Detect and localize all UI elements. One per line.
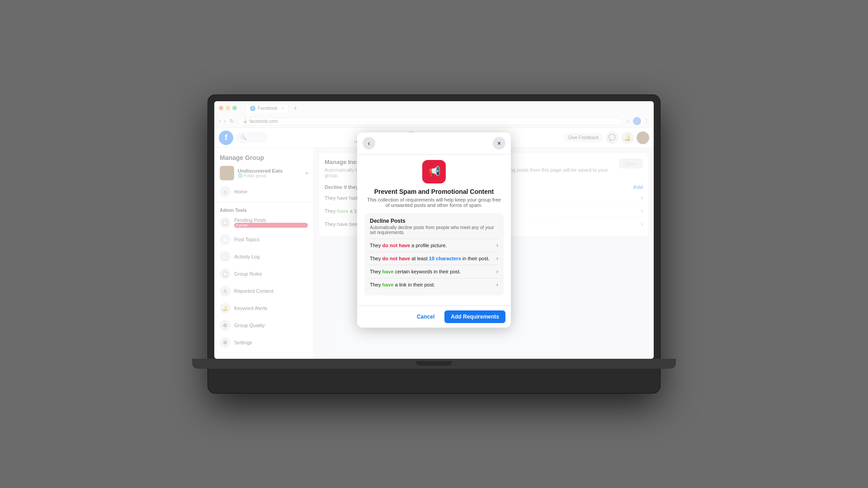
modal-req-3-text: They have certain keywords in their post… bbox=[370, 269, 496, 274]
modal-desc: This collection of requirements will hel… bbox=[364, 197, 504, 208]
have-highlight-4: have bbox=[382, 282, 394, 287]
modal: ‹ × 📢 Prevent Spam and Promotional Conte… bbox=[357, 148, 511, 328]
modal-section-desc: Automatically decline posts from people … bbox=[370, 225, 498, 235]
modal-back-button[interactable]: ‹ bbox=[363, 148, 375, 150]
add-requirements-button[interactable]: Add Requirements bbox=[444, 310, 505, 323]
modal-body: 📢 Prevent Spam and Promotional Content T… bbox=[357, 155, 511, 305]
cancel-button[interactable]: Cancel bbox=[410, 310, 441, 323]
chars-highlight-2: 10 characters bbox=[429, 256, 461, 261]
do-not-have-highlight-1: do not have bbox=[382, 243, 410, 248]
modal-req-row-1[interactable]: They do not have a profile picture. › bbox=[370, 239, 498, 252]
main-layout: Manage Group Undiscovered Eats 🌐 Public … bbox=[214, 148, 654, 359]
modal-req-row-3[interactable]: They have certain keywords in their post… bbox=[370, 265, 498, 278]
modal-section-title: Decline Posts bbox=[370, 218, 498, 224]
laptop-notch bbox=[416, 361, 452, 366]
modal-chevron-2: › bbox=[496, 255, 498, 262]
modal-req-4-text: They have a link in their post. bbox=[370, 282, 496, 287]
modal-req-row-2[interactable]: They do not have at least 10 characters … bbox=[370, 252, 498, 265]
modal-icon-wrap: 📢 bbox=[364, 160, 504, 183]
modal-icon: 📢 bbox=[422, 160, 446, 183]
modal-section: Decline Posts Automatically decline post… bbox=[364, 213, 504, 296]
modal-chevron-1: › bbox=[496, 242, 498, 249]
modal-req-row-4[interactable]: They have a link in their post. › bbox=[370, 278, 498, 291]
modal-close-button[interactable]: × bbox=[493, 148, 505, 150]
laptop-base bbox=[192, 359, 675, 369]
modal-chevron-4: › bbox=[496, 282, 498, 288]
megaphone-icon: 📢 bbox=[428, 166, 440, 178]
modal-header: ‹ × bbox=[357, 148, 511, 155]
have-highlight-3: have bbox=[382, 269, 394, 274]
modal-req-2-text: They do not have at least 10 characters … bbox=[370, 256, 496, 261]
modal-container: ‹ × 📢 Prevent Spam and Promotional Conte… bbox=[357, 148, 511, 328]
do-not-have-highlight-2: do not have bbox=[382, 256, 410, 261]
laptop-screen: f Facebook × + ‹ › ↻ 🔒 facebook.com ☆ bbox=[214, 101, 654, 359]
modal-req-1-text: They do not have a profile picture. bbox=[370, 243, 496, 248]
laptop-shell: f Facebook × + ‹ › ↻ 🔒 facebook.com ☆ bbox=[208, 95, 660, 393]
modal-title: Prevent Spam and Promotional Content bbox=[364, 188, 504, 195]
modal-chevron-3: › bbox=[496, 268, 498, 275]
modal-footer: Cancel Add Requirements bbox=[357, 305, 511, 328]
